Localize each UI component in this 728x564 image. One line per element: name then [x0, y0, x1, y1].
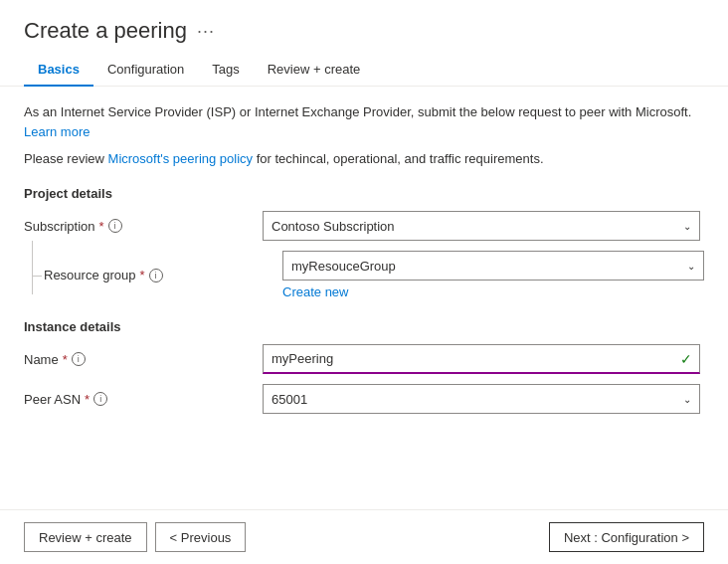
peer-asn-row: Peer ASN * i 65001 ⌄ [24, 384, 704, 414]
subscription-info-icon[interactable]: i [108, 219, 122, 233]
name-check-icon: ✓ [680, 351, 692, 367]
footer: Review + create < Previous Next : Config… [0, 509, 728, 564]
resource-group-label: Resource group [44, 268, 136, 282]
name-info-icon[interactable]: i [72, 352, 86, 366]
info-main-text: As an Internet Service Provider (ISP) or… [24, 102, 704, 122]
review-create-button[interactable]: Review + create [24, 522, 147, 552]
peering-policy-link[interactable]: Microsoft's peering policy [108, 151, 254, 166]
name-input-wrapper: ✓ [263, 344, 700, 374]
create-new-link[interactable]: Create new [282, 284, 348, 299]
peer-asn-dropdown[interactable]: 65001 ⌄ [263, 384, 700, 414]
footer-left-actions: Review + create < Previous [24, 522, 246, 552]
info-block: As an Internet Service Provider (ISP) or… [24, 102, 704, 139]
peer-asn-required: * [85, 392, 90, 407]
resource-group-row: Resource group * i myResouceGroup ⌄ Crea… [24, 251, 704, 299]
name-required: * [63, 352, 68, 367]
peer-asn-dropdown-wrapper: 65001 ⌄ [263, 384, 700, 414]
resource-group-value: myResouceGroup [291, 259, 396, 274]
instance-details-section: Instance details Name * i ✓ Pee [24, 319, 704, 414]
instance-details-heading: Instance details [24, 319, 704, 334]
peer-asn-label: Peer ASN [24, 392, 81, 407]
subscription-dropdown-wrapper: Contoso Subscription ⌄ [263, 211, 700, 241]
project-details-section: Project details Subscription * i Contoso… [24, 186, 704, 299]
footer-right-actions: Next : Configuration > [549, 522, 704, 552]
tab-configuration[interactable]: Configuration [93, 54, 198, 87]
subscription-row: Subscription * i Contoso Subscription ⌄ [24, 211, 704, 241]
next-configuration-button[interactable]: Next : Configuration > [549, 522, 704, 552]
content-area: As an Internet Service Provider (ISP) or… [0, 87, 728, 509]
peer-asn-info-icon[interactable]: i [93, 392, 107, 406]
tab-review-create[interactable]: Review + create [254, 54, 375, 87]
page-title: Create a peering [24, 18, 187, 44]
tab-tags[interactable]: Tags [198, 54, 253, 87]
subscription-value: Contoso Subscription [272, 219, 395, 234]
more-options-icon[interactable]: ··· [197, 21, 215, 42]
resource-group-chevron-icon: ⌄ [687, 261, 695, 272]
project-details-heading: Project details [24, 186, 704, 201]
policy-line: Please review Microsoft's peering policy… [24, 149, 704, 169]
subscription-chevron-icon: ⌄ [683, 221, 691, 232]
subscription-label: Subscription [24, 219, 95, 234]
previous-button[interactable]: < Previous [155, 522, 247, 552]
resource-group-info-icon[interactable]: i [149, 269, 163, 282]
resource-group-dropdown-wrapper: myResouceGroup ⌄ Create new [282, 251, 704, 299]
tab-basics[interactable]: Basics [24, 54, 93, 87]
name-row: Name * i ✓ [24, 344, 704, 374]
peer-asn-chevron-icon: ⌄ [683, 394, 691, 405]
resource-group-required: * [140, 268, 145, 282]
name-label: Name [24, 352, 59, 367]
header: Create a peering ··· [0, 0, 728, 54]
subscription-dropdown[interactable]: Contoso Subscription ⌄ [263, 211, 700, 241]
learn-more-link[interactable]: Learn more [24, 124, 90, 139]
tab-bar: Basics Configuration Tags Review + creat… [0, 54, 728, 87]
name-input[interactable] [263, 344, 700, 374]
resource-group-dropdown[interactable]: myResouceGroup ⌄ [282, 251, 704, 281]
peer-asn-value: 65001 [272, 392, 307, 407]
subscription-required: * [99, 219, 104, 234]
